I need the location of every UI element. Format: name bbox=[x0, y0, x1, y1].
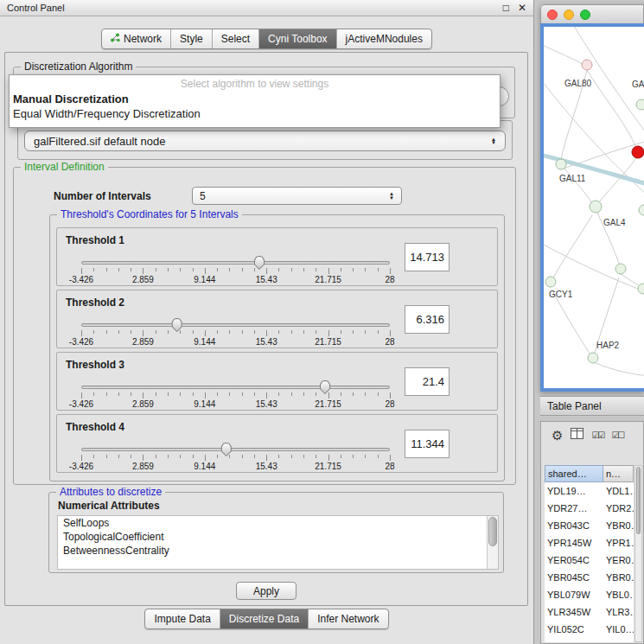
cyni-toolbox-panel: Discretization Algorithm Select algorith… bbox=[4, 52, 528, 606]
table-header-row: shared… n… bbox=[545, 465, 634, 482]
network-node[interactable] bbox=[556, 159, 566, 169]
network-node[interactable] bbox=[639, 205, 644, 215]
close-icon[interactable]: ✕ bbox=[518, 3, 526, 13]
table-panel-titlebar[interactable]: Table Panel bbox=[540, 396, 644, 416]
number-of-intervals-label: Number of Intervals bbox=[54, 190, 151, 202]
threshold-4-box: Threshold 4 -3.4262.8599.14415.4321.7152… bbox=[56, 414, 498, 473]
attribute-item[interactable]: BetweennessCentrality bbox=[58, 544, 498, 558]
tab-cyni-toolbox[interactable]: Cyni Toolbox bbox=[259, 29, 336, 48]
table-rows: YDL19…YDL1…YDR27…YDR2…YBR043CYBR0…YPR145… bbox=[545, 482, 634, 638]
slider-track[interactable] bbox=[81, 448, 390, 451]
attribute-item[interactable]: TopologicalCoefficient bbox=[58, 530, 498, 544]
attributes-scrollbar[interactable] bbox=[487, 516, 498, 569]
slider-track[interactable] bbox=[81, 323, 390, 327]
gear-icon[interactable]: ⚙ bbox=[552, 429, 563, 442]
table-data-combobox[interactable]: galFiltered.sif default node ▲▼ bbox=[24, 131, 506, 151]
combo-arrows-icon: ▲▼ bbox=[491, 137, 496, 145]
slider-axis-labels: -3.4262.8599.14415.4321.71528 bbox=[81, 337, 390, 347]
node-label: GA bbox=[632, 80, 644, 89]
control-panel-tab-bar: Network Style Select Cyni Toolbox jActiv… bbox=[101, 29, 432, 49]
tab-label: Cyni Toolbox bbox=[268, 33, 327, 45]
group-title: Threshold's Coordinates for 5 Intervals bbox=[57, 208, 242, 220]
table-row[interactable]: YIL052CYIL0… bbox=[545, 621, 634, 638]
threshold-1-slider[interactable]: -3.4262.8599.14415.4321.71528 bbox=[81, 256, 390, 285]
network-view-window: GAL80GAGAL11GAL4GCY1HAP2 bbox=[540, 4, 644, 392]
threshold-value-field[interactable]: 6.316 bbox=[405, 305, 450, 334]
combo-arrows-icon: ▲▼ bbox=[389, 192, 394, 200]
threshold-value-field[interactable]: 21.4 bbox=[405, 367, 450, 396]
slider-ticks bbox=[81, 268, 390, 275]
threshold-4-slider[interactable]: -3.4262.8599.14415.4321.71528 bbox=[81, 443, 390, 472]
threshold-value-field[interactable]: 14.713 bbox=[405, 243, 450, 271]
number-of-intervals-combobox[interactable]: 5 ▲▼ bbox=[192, 187, 402, 205]
table-row[interactable]: YPR145WYPR1… bbox=[545, 534, 634, 552]
tab-label: Select bbox=[221, 33, 250, 45]
tab-style[interactable]: Style bbox=[171, 29, 213, 48]
numerical-attributes-list[interactable]: SelfLoopsTopologicalCoefficientBetweenne… bbox=[57, 515, 499, 570]
table-row[interactable]: YBL079WYBL0… bbox=[545, 586, 634, 603]
network-node[interactable] bbox=[545, 277, 556, 287]
threshold-value-field[interactable]: 11.344 bbox=[405, 430, 450, 458]
tab-infer-network[interactable]: Infer Network bbox=[309, 609, 387, 628]
interval-definition-group: Interval Definition Number of Intervals … bbox=[13, 167, 516, 485]
node-label: HAP2 bbox=[596, 341, 620, 350]
table-data-value: galFiltered.sif default node bbox=[34, 135, 165, 148]
apply-button[interactable]: Apply bbox=[236, 582, 296, 600]
threshold-1-box: Threshold 1 -3.4262.8599.14415.4321.7152… bbox=[56, 227, 498, 286]
group-title: Attributes to discretize bbox=[56, 486, 165, 498]
select-all-checkboxes-icon[interactable]: ☑☑ bbox=[591, 430, 603, 440]
deselect-checkboxes-icon[interactable]: ☑☐ bbox=[611, 430, 623, 440]
network-node[interactable] bbox=[582, 60, 592, 70]
slider-ticks bbox=[81, 455, 390, 462]
threshold-3-slider[interactable]: -3.4262.8599.14415.4321.71528 bbox=[81, 380, 390, 410]
table-scrollbar[interactable] bbox=[634, 465, 642, 642]
tab-jactivemnodules[interactable]: jActiveMNodules bbox=[337, 29, 431, 48]
slider-ticks bbox=[81, 392, 390, 399]
column-header-name[interactable]: n… bbox=[603, 465, 634, 482]
control-panel-titlebar[interactable]: Control Panel □ ✕ bbox=[0, 0, 533, 16]
slider-track[interactable] bbox=[81, 386, 390, 389]
table-row[interactable]: YER054CYER0… bbox=[545, 552, 634, 569]
network-node[interactable] bbox=[615, 264, 626, 274]
mac-zoom-icon[interactable] bbox=[580, 10, 590, 20]
network-window-titlebar[interactable] bbox=[540, 4, 644, 23]
threshold-2-slider[interactable]: -3.4262.8599.14415.4321.71528 bbox=[81, 318, 390, 348]
scrollbar-thumb[interactable] bbox=[636, 467, 641, 534]
tab-network[interactable]: Network bbox=[102, 29, 171, 48]
tab-discretize-data[interactable]: Discretize Data bbox=[220, 609, 309, 628]
columns-icon[interactable] bbox=[571, 428, 583, 442]
control-panel-window: Control Panel □ ✕ Network Style Select C… bbox=[0, 0, 534, 644]
node-attribute-table: shared… n… YDL19…YDL1…YDR27…YDR2…YBR043C… bbox=[545, 465, 634, 642]
network-node[interactable] bbox=[636, 99, 644, 110]
dropdown-option-equal-width-frequency[interactable]: Equal Width/Frequency Discretization bbox=[10, 106, 500, 121]
slider-track[interactable] bbox=[81, 261, 390, 265]
attributes-to-discretize-group: Attributes to discretize Numerical Attri… bbox=[48, 492, 504, 573]
network-node[interactable] bbox=[638, 284, 644, 294]
column-header-shared-name[interactable]: shared… bbox=[545, 465, 603, 482]
mac-minimize-icon[interactable] bbox=[564, 10, 574, 20]
mac-close-icon[interactable] bbox=[547, 10, 558, 20]
table-panel: ⚙ ☑☑ ☑☐ shared… n… YDL19…YDL1…YDR27…YDR2… bbox=[540, 421, 644, 644]
tab-select[interactable]: Select bbox=[213, 29, 259, 48]
table-row[interactable]: YBR043CYBR0… bbox=[545, 517, 634, 534]
network-node-selected[interactable] bbox=[632, 146, 644, 158]
tab-label: Style bbox=[180, 33, 203, 45]
scrollbar-thumb[interactable] bbox=[488, 517, 497, 546]
attribute-item[interactable]: SelfLoops bbox=[58, 516, 498, 530]
table-row[interactable]: YDL19…YDL1… bbox=[545, 482, 634, 500]
threshold-3-box: Threshold 3 -3.4262.8599.14415.4321.7152… bbox=[56, 352, 498, 411]
cyni-bottom-tab-bar: Impute Data Discretize Data Infer Networ… bbox=[144, 609, 388, 629]
table-row[interactable]: YDR27…YDR2… bbox=[545, 500, 634, 517]
network-icon bbox=[111, 33, 120, 45]
dropdown-option-manual-discretization[interactable]: Manual Discretization bbox=[10, 92, 500, 106]
threshold-label: Threshold 3 bbox=[66, 359, 124, 371]
threshold-label: Threshold 2 bbox=[66, 296, 124, 309]
network-node[interactable] bbox=[588, 353, 598, 363]
float-window-icon[interactable]: □ bbox=[503, 3, 509, 13]
table-row[interactable]: YBR045CYBR0… bbox=[545, 569, 634, 586]
network-canvas[interactable]: GAL80GAGAL11GAL4GCY1HAP2 bbox=[544, 27, 644, 388]
tab-impute-data[interactable]: Impute Data bbox=[145, 609, 220, 628]
network-node[interactable] bbox=[590, 201, 602, 213]
table-row[interactable]: YLR345WYLR3… bbox=[545, 603, 634, 621]
tab-label: Infer Network bbox=[317, 613, 379, 625]
